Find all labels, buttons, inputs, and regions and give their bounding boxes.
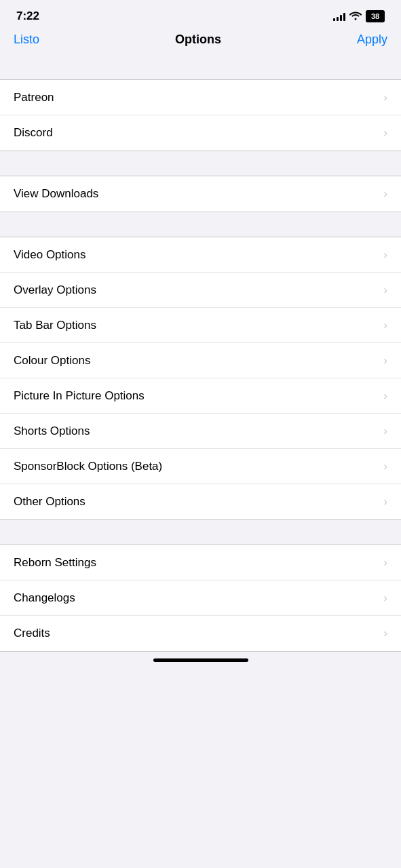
chevron-icon: ›	[383, 91, 387, 104]
other-options-item[interactable]: Other Options ›	[0, 484, 401, 519]
chevron-icon: ›	[383, 283, 387, 297]
signal-bar-2	[337, 17, 339, 21]
wifi-icon	[349, 11, 362, 22]
signal-bar-3	[340, 15, 342, 21]
battery-icon: 38	[366, 10, 385, 22]
status-bar: 7:22 38	[0, 0, 401, 27]
options-section: Video Options › Overlay Options › Tab Ba…	[0, 237, 401, 520]
credits-label: Credits	[14, 627, 50, 640]
nav-bar: Listo Options Apply	[0, 27, 401, 55]
view-downloads-item[interactable]: View Downloads ›	[0, 176, 401, 212]
page-title: Options	[175, 33, 221, 47]
pip-options-label: Picture In Picture Options	[14, 389, 145, 403]
chevron-icon: ›	[383, 495, 387, 509]
misc-section: Reborn Settings › Changelogs › Credits ›	[0, 545, 401, 652]
home-bar	[153, 658, 248, 662]
chevron-icon: ›	[383, 248, 387, 262]
back-button[interactable]: Listo	[14, 33, 39, 47]
section-gap-top	[0, 55, 401, 79]
battery-level: 38	[371, 12, 379, 20]
home-indicator	[0, 652, 401, 667]
signal-bar-4	[343, 13, 345, 21]
pip-options-item[interactable]: Picture In Picture Options ›	[0, 378, 401, 414]
shorts-options-label: Shorts Options	[14, 425, 90, 438]
tab-bar-options-label: Tab Bar Options	[14, 319, 96, 332]
apply-button[interactable]: Apply	[357, 33, 387, 47]
chevron-icon: ›	[383, 187, 387, 201]
colour-options-label: Colour Options	[14, 354, 90, 368]
changelogs-label: Changelogs	[14, 591, 75, 605]
sponsorblock-options-label: SponsorBlock Options (Beta)	[14, 460, 162, 473]
section-gap-3	[0, 212, 401, 237]
tab-bar-options-item[interactable]: Tab Bar Options ›	[0, 308, 401, 343]
signal-bar-1	[333, 18, 335, 21]
status-icons: 38	[333, 10, 385, 22]
status-time: 7:22	[16, 9, 39, 23]
chevron-icon: ›	[383, 627, 387, 640]
discord-label: Discord	[14, 126, 53, 140]
chevron-icon: ›	[383, 389, 387, 403]
other-options-label: Other Options	[14, 495, 85, 509]
reborn-settings-item[interactable]: Reborn Settings ›	[0, 545, 401, 580]
patreon-label: Patreon	[14, 91, 54, 104]
patreon-item[interactable]: Patreon ›	[0, 80, 401, 115]
downloads-section: View Downloads ›	[0, 176, 401, 212]
chevron-icon: ›	[383, 319, 387, 332]
signal-bars-icon	[333, 12, 345, 21]
chevron-icon: ›	[383, 425, 387, 438]
chevron-icon: ›	[383, 556, 387, 570]
section-gap-2	[0, 151, 401, 176]
chevron-icon: ›	[383, 591, 387, 605]
chevron-icon: ›	[383, 126, 387, 140]
video-options-label: Video Options	[14, 248, 85, 262]
view-downloads-label: View Downloads	[14, 187, 98, 201]
discord-item[interactable]: Discord ›	[0, 115, 401, 151]
credits-item[interactable]: Credits ›	[0, 616, 401, 651]
video-options-item[interactable]: Video Options ›	[0, 237, 401, 273]
overlay-options-label: Overlay Options	[14, 283, 96, 297]
colour-options-item[interactable]: Colour Options ›	[0, 343, 401, 378]
section-gap-4	[0, 520, 401, 545]
shorts-options-item[interactable]: Shorts Options ›	[0, 414, 401, 449]
reborn-settings-label: Reborn Settings	[14, 556, 96, 570]
changelogs-item[interactable]: Changelogs ›	[0, 580, 401, 616]
overlay-options-item[interactable]: Overlay Options ›	[0, 273, 401, 308]
sponsorblock-options-item[interactable]: SponsorBlock Options (Beta) ›	[0, 449, 401, 484]
chevron-icon: ›	[383, 460, 387, 473]
social-section: Patreon › Discord ›	[0, 79, 401, 151]
chevron-icon: ›	[383, 354, 387, 368]
